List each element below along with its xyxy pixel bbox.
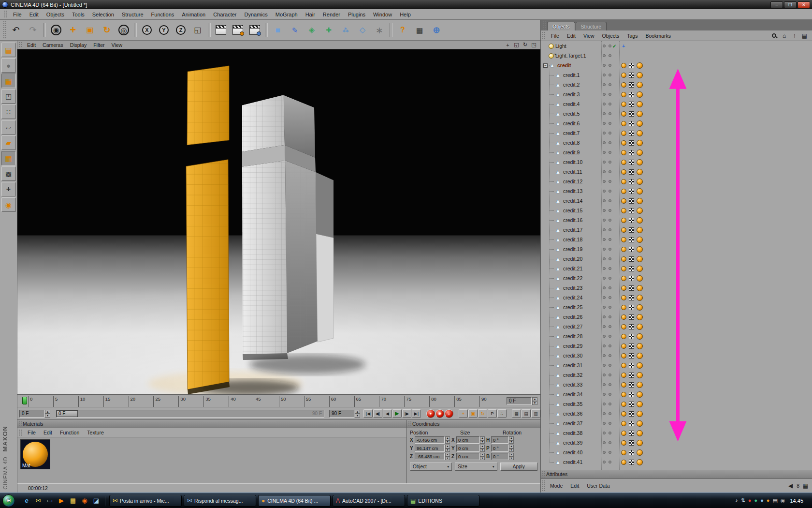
layer-toggle-dots[interactable] — [603, 219, 611, 222]
apply-button[interactable]: Apply — [500, 463, 537, 471]
objects-menu-item-view[interactable]: View — [580, 32, 598, 40]
layer-toggle-dots[interactable] — [603, 374, 611, 376]
layer-toggle-dots[interactable] — [603, 441, 611, 444]
pan-view-icon[interactable]: + — [504, 42, 511, 48]
material-tag-icon[interactable] — [621, 450, 626, 455]
layer-toggle-dots[interactable] — [603, 277, 611, 280]
goto-start-button[interactable]: |◀ — [363, 409, 373, 418]
material-tag-icon[interactable] — [621, 334, 626, 339]
texture-tag-icon[interactable] — [629, 237, 634, 242]
layer-toggle-dots[interactable] — [603, 151, 611, 154]
internet-explorer-icon[interactable]: e — [22, 496, 31, 506]
layer-toggle-dots[interactable] — [603, 383, 611, 386]
attributes-panel-header[interactable]: Attributes — [541, 470, 812, 479]
layer-toggle-dots[interactable] — [603, 296, 611, 299]
viewport-menu-item-edit[interactable]: Edit — [24, 42, 39, 48]
viewport-menu-item-view[interactable]: View — [108, 42, 126, 48]
coordinate-system-toggle[interactable]: ◱ — [189, 22, 206, 38]
layer-toggle-dots[interactable] — [603, 403, 611, 405]
objects-menu-item-tags[interactable]: Tags — [623, 32, 641, 40]
tray-printer-icon[interactable]: ▤ — [772, 498, 777, 503]
object-row-credit-31[interactable]: ▲credit.31 — [541, 360, 812, 370]
texture-tag-icon[interactable] — [629, 82, 634, 88]
tray-network-icon[interactable]: ⇅ — [741, 498, 745, 503]
layout-grid-icon[interactable]: ▦ — [802, 482, 809, 489]
pos-value-field[interactable]: 96.147 cm — [415, 445, 445, 452]
scale-tool[interactable]: ▣ — [82, 22, 98, 38]
menu-item-plugins[interactable]: Plugins — [344, 11, 369, 18]
photo-viewer-icon[interactable]: ◪ — [91, 496, 101, 506]
material-tag2-icon[interactable] — [637, 411, 643, 417]
add-particles-object-button[interactable]: ∗ — [371, 22, 388, 38]
menu-item-functions[interactable]: Functions — [147, 11, 178, 18]
texture-tag-icon[interactable] — [629, 460, 634, 465]
material-tag2-icon[interactable] — [637, 120, 643, 127]
object-row-credit-23[interactable]: ▲credit.23 — [541, 283, 812, 293]
perspective-viewport[interactable] — [17, 49, 540, 395]
texture-tag-icon[interactable] — [629, 247, 634, 252]
size-value-field[interactable]: 0 cm — [456, 436, 479, 444]
material-tag2-icon[interactable] — [637, 101, 643, 107]
material-tag-icon[interactable] — [621, 421, 626, 426]
keyframe-selection-button[interactable]: ▦ — [512, 409, 521, 418]
material-tag-icon[interactable] — [621, 63, 626, 68]
object-row-credit-34[interactable]: ▲credit.34 — [541, 389, 812, 399]
record-settings-button[interactable]: ◒ — [445, 409, 453, 418]
size-value-field[interactable]: 0 cm — [456, 453, 479, 460]
material-tag2-icon[interactable] — [637, 208, 643, 214]
material-tag2-icon[interactable] — [637, 91, 643, 98]
material-tag2-icon[interactable] — [637, 449, 643, 456]
add-modeling-object-button[interactable]: ✚ — [320, 22, 337, 38]
object-row-credit-3[interactable]: ▲credit.3 — [541, 90, 812, 99]
expander-icon[interactable]: − — [543, 63, 548, 68]
taskbar-button-autocad-2007-dr[interactable]: AAutoCAD 2007 - [Dr... — [333, 495, 405, 507]
object-row-credit-25[interactable]: ▲credit.25 — [541, 302, 812, 312]
texture-tag-icon[interactable] — [629, 344, 634, 349]
material-tag2-icon[interactable] — [637, 362, 643, 369]
move-tool[interactable]: + — [65, 22, 81, 38]
texture-tag-icon[interactable] — [629, 111, 634, 117]
texture-tag-icon[interactable] — [629, 198, 634, 204]
rotate-view-icon[interactable]: ↻ — [522, 42, 529, 48]
texture-tag-icon[interactable] — [629, 218, 634, 223]
object-row-credit-21[interactable]: ▲credit.21 — [541, 264, 812, 273]
object-row-credit-12[interactable]: ▲credit.12 — [541, 177, 812, 186]
object-row-credit-16[interactable]: ▲credit.16 — [541, 215, 812, 225]
object-row-credit-30[interactable]: ▲credit.30 — [541, 351, 812, 360]
texture-tag-icon[interactable] — [629, 276, 634, 281]
taskbar-clock[interactable]: 14.45 — [788, 498, 807, 504]
texture-tag-icon[interactable] — [629, 102, 634, 107]
material-tag2-icon[interactable] — [637, 111, 643, 117]
rot-value-field[interactable]: 0 ° — [491, 436, 508, 444]
object-row-credit-41[interactable]: ▲credit.41 — [541, 457, 812, 467]
layer-toggle-dots[interactable] — [603, 354, 611, 357]
texture-axis-mode-tool[interactable]: ▩ — [1, 166, 16, 181]
material-tag-icon[interactable] — [621, 344, 626, 349]
object-row-credit-29[interactable]: ▲credit.29 — [541, 341, 812, 351]
add-array-object-button[interactable]: ⁂ — [337, 22, 354, 38]
material-tag-icon[interactable] — [621, 314, 626, 320]
lock-y-axis-button[interactable]: Y — [156, 22, 172, 38]
materials-panel-header[interactable]: Materials — [17, 420, 406, 428]
object-axis-mode-tool[interactable]: + — [1, 182, 16, 196]
object-row-light-target-1[interactable]: Light.Target.1 — [541, 51, 812, 60]
parent-up-icon[interactable]: ↑ — [791, 32, 798, 39]
prev-panel-icon[interactable]: ◀ — [787, 482, 794, 489]
material-tag2-icon[interactable] — [637, 149, 643, 156]
previous-key-button[interactable]: ◀| — [373, 409, 382, 418]
attributes-menu-item-edit[interactable]: Edit — [566, 482, 583, 490]
tray-antivirus-icon[interactable]: ● — [748, 498, 752, 503]
material-tag2-icon[interactable] — [637, 82, 643, 88]
material-tag2-icon[interactable] — [637, 285, 643, 291]
key-position-button[interactable]: + — [459, 409, 468, 418]
material-tag-icon[interactable] — [621, 111, 626, 117]
material-tag2-icon[interactable] — [637, 401, 643, 407]
media-player-icon[interactable]: ▶ — [57, 496, 66, 506]
materials-menu-item-function[interactable]: Function — [56, 429, 83, 436]
menu-item-tools[interactable]: Tools — [68, 11, 88, 18]
texture-tag-icon[interactable] — [629, 140, 634, 146]
object-row-credit-4[interactable]: ▲credit.4 — [541, 99, 812, 109]
tab-structure[interactable]: Structure — [576, 22, 607, 30]
object-row-credit-39[interactable]: ▲credit.39 — [541, 438, 812, 448]
menu-item-render[interactable]: Render — [319, 11, 344, 18]
